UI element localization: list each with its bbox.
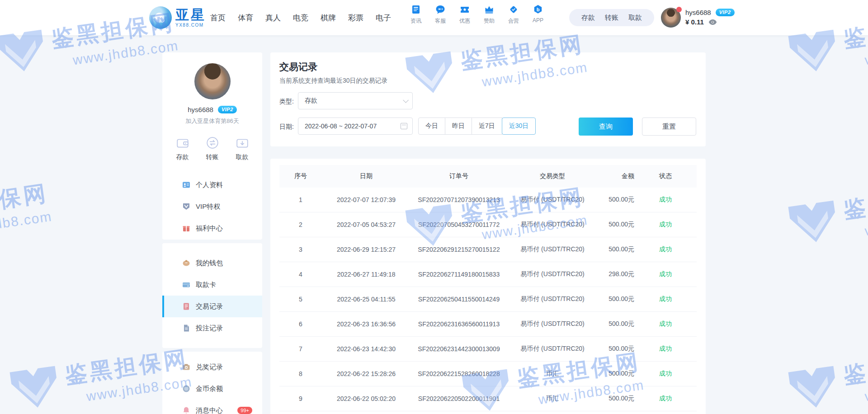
top-bar: 亚星 YX88.COM 首页体育真人电竞棋牌彩票电子 资讯 客服 优惠 赞助 合… <box>0 0 868 35</box>
sidebar-item-label: 个人资料 <box>196 181 223 189</box>
sidebar-item-wallet[interactable]: 我的钱包 <box>162 252 262 274</box>
sidebar-vip-badge: VIP2 <box>218 106 237 113</box>
watermark-url-text: www.jhdb8.com <box>864 374 868 405</box>
app-link[interactable]: b APP <box>526 4 550 25</box>
sidebar-item-label: 我的钱包 <box>196 259 223 268</box>
cell-order-no: SF202207050453270011772 <box>410 221 507 228</box>
quick-action-label: 转账 <box>206 153 219 161</box>
bell-icon <box>182 406 190 414</box>
wallet-pill-item[interactable]: 取款 <box>628 14 642 22</box>
nav-item-2[interactable]: 真人 <box>265 13 281 23</box>
sidebar-username: hys6688 <box>188 106 213 113</box>
user-block[interactable]: hys6688 VIP2 ¥ 0.11 <box>661 8 735 28</box>
sidebar-item-withdraw-card[interactable]: 取款卡 <box>162 274 262 296</box>
vip-badge: VIP2 <box>716 9 735 16</box>
nav-item-4[interactable]: 棋牌 <box>321 13 336 23</box>
table-row: 8 2022-06-22 15:28:26 SF2022062215282600… <box>279 362 697 386</box>
date-range-input[interactable]: 2022-06-08 ~ 2022-07-07 <box>298 118 413 135</box>
nav-item-0[interactable]: 首页 <box>210 13 226 23</box>
service-link[interactable]: 客服 <box>428 4 453 25</box>
nav-item-1[interactable]: 体育 <box>238 13 253 23</box>
partner-link[interactable]: 合营 <box>501 4 526 25</box>
watermark-url-text: www.jhdb8.com <box>0 209 53 239</box>
header-username: hys6688 <box>685 9 711 16</box>
feature-links: 资讯 客服 优惠 赞助 合营 b APP <box>404 4 550 25</box>
sidebar-item-welfare[interactable]: 福利中心 <box>162 217 262 239</box>
range-button[interactable]: 近7日 <box>472 118 502 135</box>
withdraw-icon <box>236 136 249 150</box>
sidebar-item-messages[interactable]: 消息中心 99+ <box>162 400 262 414</box>
sidebar-item-coins[interactable]: 金币余额 <box>162 378 262 400</box>
sidebar-quick-actions: 存款 转账 取款 <box>162 136 262 161</box>
withdraw-action[interactable]: 取款 <box>232 136 252 161</box>
range-button[interactable]: 近30日 <box>502 118 536 135</box>
sidebar-item-transactions[interactable]: 交易记录 <box>162 296 262 317</box>
sidebar-item-label: 取款卡 <box>196 281 216 289</box>
site-logo[interactable]: 亚星 YX88.COM <box>149 6 206 29</box>
sidebar-item-vip[interactable]: VIP特权 <box>162 196 262 217</box>
cell-amount: 500.00元 <box>598 221 634 229</box>
watermark-logo-icon <box>7 364 63 413</box>
cell-seq: 4 <box>279 271 322 278</box>
watermark-url-text: www.jhdb8.com <box>864 38 868 68</box>
chat-icon <box>435 4 446 15</box>
nav-item-5[interactable]: 彩票 <box>348 13 363 23</box>
gift-icon <box>182 224 190 232</box>
column-header: 订单号 <box>410 172 507 180</box>
eye-icon[interactable] <box>708 19 717 25</box>
cell-status: 成功 <box>634 370 697 378</box>
transactions-table-card: 序号 日期 订单号 交易类型 金额 状态 1 2022-07-07 12:07:… <box>270 159 706 414</box>
join-days-text: 加入亚星体育第86天 <box>162 117 262 125</box>
cell-status: 成功 <box>634 320 697 328</box>
feature-label: 合营 <box>508 17 519 25</box>
sidebar-menu-group1: 个人资料 VIP特权 福利中心 <box>162 174 262 239</box>
news-link[interactable]: 资讯 <box>404 4 428 25</box>
cell-seq: 3 <box>279 246 322 253</box>
sidebar-item-profile[interactable]: 个人资料 <box>162 174 262 196</box>
column-header: 金额 <box>598 172 634 180</box>
table-row: 5 2022-06-25 04:11:55 SF2022062504115500… <box>279 287 697 312</box>
cell-seq: 7 <box>279 345 322 353</box>
cell-date: 2022-06-22 15:28:26 <box>322 370 410 377</box>
ticket-icon <box>459 4 470 15</box>
cell-status: 成功 <box>634 221 697 229</box>
sidebar-avatar[interactable] <box>194 63 231 99</box>
nav-item-3[interactable]: 电竞 <box>293 13 308 23</box>
deposit-action[interactable]: 存款 <box>173 136 193 161</box>
sidebar-item-label: 兑奖记录 <box>196 363 223 372</box>
cell-amount: 500.00元 <box>598 320 634 328</box>
prize-record-icon <box>182 363 190 371</box>
nav-item-6[interactable]: 电子 <box>376 13 391 23</box>
bet-record-icon <box>182 324 190 332</box>
type-select[interactable]: 存款 <box>298 92 413 109</box>
handshake-icon <box>508 4 519 15</box>
cell-date: 2022-06-29 12:15:27 <box>322 246 410 253</box>
query-button[interactable]: 查询 <box>579 118 633 136</box>
watermark-brand-text: 鉴黑担保网 <box>842 344 868 391</box>
svg-text:b: b <box>537 7 540 12</box>
cell-status: 成功 <box>634 270 697 278</box>
wallet-pill-item[interactable]: 存款 <box>581 14 595 22</box>
watermark-url-text: www.jhdb8.com <box>864 209 868 239</box>
promo-link[interactable]: 优惠 <box>453 4 477 25</box>
reset-button[interactable]: 重置 <box>642 118 696 136</box>
sponsor-link[interactable]: 赞助 <box>477 4 501 25</box>
sidebar-item-bets[interactable]: 投注记录 <box>162 317 262 339</box>
cell-seq: 6 <box>279 320 322 328</box>
sidebar-item-prizes[interactable]: 兑奖记录 <box>162 356 262 378</box>
range-button[interactable]: 昨日 <box>445 118 472 135</box>
cell-type: 币汇 <box>507 395 598 403</box>
wallet-pill-item[interactable]: 转账 <box>605 14 618 22</box>
cell-amount: 500.00元 <box>598 345 634 353</box>
sidebar-wallet-card: 我的钱包 取款卡 交易记录 投注记录 <box>162 243 262 348</box>
transfer-action[interactable]: 转账 <box>203 136 222 161</box>
range-button[interactable]: 今日 <box>418 118 445 135</box>
transfer-icon <box>206 136 219 150</box>
table-row: 7 2022-06-23 14:42:30 SF2022062314423000… <box>279 337 697 362</box>
user-avatar[interactable] <box>661 8 681 28</box>
cell-seq: 2 <box>279 221 322 228</box>
date-label: 日期: <box>279 123 294 131</box>
cell-date: 2022-07-05 04:53:27 <box>322 221 410 228</box>
sidebar-item-label: 投注记录 <box>196 324 223 333</box>
feature-label: 客服 <box>435 17 446 25</box>
